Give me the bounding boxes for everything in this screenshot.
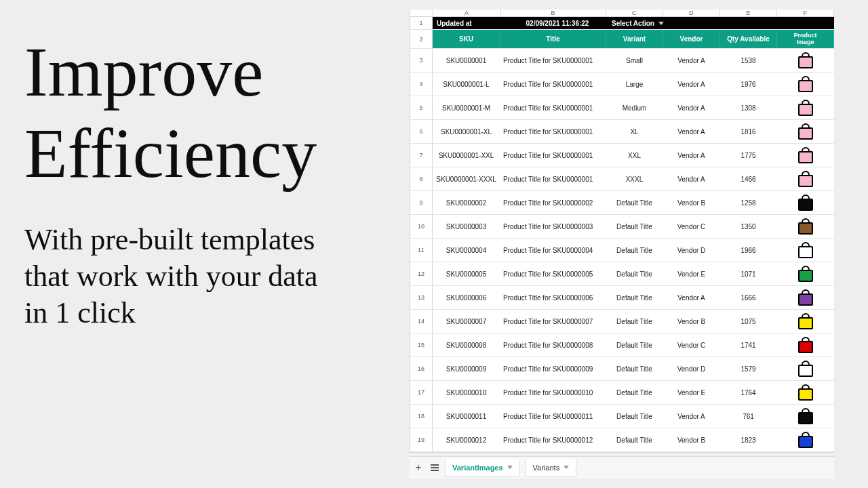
cell-variant[interactable]: XXL — [606, 144, 663, 167]
cell-title[interactable]: Product Title for SKU0000002 — [500, 191, 606, 214]
cell-qty[interactable]: 1350 — [720, 215, 777, 238]
cell-product-image[interactable] — [777, 215, 834, 238]
cell-variant[interactable]: Default Title — [606, 405, 663, 428]
cell-product-image[interactable] — [777, 96, 834, 119]
cell-title[interactable]: Product Title for SKU0000011 — [500, 405, 606, 428]
cell-sku[interactable]: SKU0000005 — [433, 262, 500, 285]
cell-title[interactable]: Product Title for SKU0000001 — [500, 96, 606, 119]
cell-vendor[interactable]: Vendor C — [663, 215, 720, 238]
cell-title[interactable]: Product Title for SKU0000001 — [500, 144, 606, 167]
cell-qty[interactable]: 1258 — [720, 191, 777, 214]
cell-sku[interactable]: SKU0000006 — [433, 286, 500, 309]
row-number[interactable]: 9 — [410, 191, 433, 214]
row-number[interactable]: 13 — [410, 286, 433, 309]
row-number[interactable]: 4 — [410, 73, 433, 96]
cell-vendor[interactable]: Vendor E — [663, 262, 720, 285]
cell-product-image[interactable] — [777, 49, 834, 72]
tab-variantimages[interactable]: VariantImages — [445, 460, 520, 476]
cell-qty[interactable]: 1579 — [720, 357, 777, 380]
row-number[interactable]: 1 — [410, 17, 433, 29]
cell-qty[interactable]: 1741 — [720, 333, 777, 357]
cell-product-image[interactable] — [777, 262, 834, 285]
cell-qty[interactable]: 1764 — [720, 381, 777, 404]
cell-vendor[interactable]: Vendor A — [663, 96, 720, 119]
cell-variant[interactable]: XL — [606, 120, 663, 143]
cell-product-image[interactable] — [777, 120, 834, 143]
column-header-d[interactable]: D — [663, 9, 720, 16]
cell-variant[interactable]: Default Title — [606, 428, 663, 451]
cell-product-image[interactable] — [777, 428, 834, 451]
cell-title[interactable]: Product Title for SKU0000010 — [500, 381, 606, 404]
cell-product-image[interactable] — [777, 310, 834, 333]
cell-vendor[interactable]: Vendor A — [663, 286, 720, 309]
cell-title[interactable]: Product Title for SKU0000009 — [500, 357, 606, 380]
cell-variant[interactable]: Default Title — [606, 215, 663, 238]
cell-vendor[interactable]: Vendor A — [663, 167, 720, 190]
column-header-b[interactable]: B — [501, 9, 606, 16]
row-number[interactable]: 8 — [410, 167, 433, 190]
cell-product-image[interactable] — [777, 73, 834, 96]
header-sku[interactable]: SKU — [433, 30, 500, 48]
cell-qty[interactable]: 1308 — [720, 96, 777, 119]
row-number[interactable]: 5 — [410, 96, 433, 119]
cell-variant[interactable]: Medium — [606, 96, 663, 119]
cell-qty[interactable]: 1071 — [720, 262, 777, 285]
header-product-image[interactable]: ProductImage — [777, 30, 834, 48]
cell-product-image[interactable] — [777, 405, 834, 428]
cell-sku[interactable]: SKU0000001-L — [433, 73, 500, 96]
cell-qty[interactable]: 761 — [720, 405, 777, 428]
cell-variant[interactable]: Default Title — [606, 262, 663, 285]
cell-variant[interactable]: Default Title — [606, 381, 663, 404]
cell-qty[interactable]: 1666 — [720, 286, 777, 309]
cell-variant[interactable]: Default Title — [606, 333, 663, 357]
cell-sku[interactable]: SKU0000002 — [433, 191, 500, 214]
cell-product-image[interactable] — [777, 144, 834, 167]
row-number[interactable]: 2 — [410, 30, 433, 48]
cell-vendor[interactable]: Vendor B — [663, 428, 720, 451]
cell-product-image[interactable] — [777, 333, 834, 357]
add-sheet-button[interactable]: + — [410, 462, 427, 474]
cell-variant[interactable]: Small — [606, 49, 663, 72]
select-action-dropdown[interactable]: Select Action — [610, 20, 834, 27]
cell-sku[interactable]: SKU0000003 — [433, 215, 500, 238]
all-sheets-menu-icon[interactable] — [427, 464, 442, 471]
cell-variant[interactable]: Large — [606, 73, 663, 96]
row-number[interactable]: 16 — [410, 357, 433, 380]
row-number[interactable]: 7 — [410, 144, 433, 167]
cell-variant[interactable]: Default Title — [606, 239, 663, 262]
column-header-c[interactable]: C — [606, 9, 663, 16]
cell-title[interactable]: Product Title for SKU0000005 — [500, 262, 606, 285]
cell-qty[interactable]: 1538 — [720, 49, 777, 72]
cell-qty[interactable]: 1966 — [720, 239, 777, 262]
cell-vendor[interactable]: Vendor A — [663, 49, 720, 72]
header-qty[interactable]: Qty Available — [720, 30, 777, 48]
cell-sku[interactable]: SKU0000010 — [433, 381, 500, 404]
row-number[interactable]: 17 — [410, 381, 433, 404]
column-header-e[interactable]: E — [720, 9, 777, 16]
column-header-f[interactable]: F — [777, 9, 834, 16]
cell-variant[interactable]: XXXL — [606, 167, 663, 190]
cell-vendor[interactable]: Vendor A — [663, 120, 720, 143]
cell-sku[interactable]: SKU0000011 — [433, 405, 500, 428]
column-header-a[interactable]: A — [433, 9, 501, 16]
cell-vendor[interactable]: Vendor C — [663, 333, 720, 357]
cell-sku[interactable]: SKU0000001-XXL — [433, 144, 500, 167]
cell-qty[interactable]: 1816 — [720, 120, 777, 143]
cell-product-image[interactable] — [777, 239, 834, 262]
row-number[interactable]: 10 — [410, 215, 433, 238]
cell-vendor[interactable]: Vendor B — [663, 310, 720, 333]
cell-sku[interactable]: SKU0000001 — [433, 49, 500, 72]
row-number[interactable]: 19 — [410, 428, 433, 451]
cell-title[interactable]: Product Title for SKU0000006 — [500, 286, 606, 309]
cell-product-image[interactable] — [777, 286, 834, 309]
row-number[interactable]: 14 — [410, 310, 433, 333]
cell-title[interactable]: Product Title for SKU0000001 — [500, 120, 606, 143]
cell-qty[interactable]: 1075 — [720, 310, 777, 333]
row-number[interactable]: 3 — [410, 49, 433, 72]
cell-vendor[interactable]: Vendor D — [663, 357, 720, 380]
cell-sku[interactable]: SKU0000012 — [433, 428, 500, 451]
cell-qty[interactable]: 1823 — [720, 428, 777, 451]
row-number[interactable]: 12 — [410, 262, 433, 285]
row-number[interactable]: 18 — [410, 405, 433, 428]
cell-qty[interactable]: 1775 — [720, 144, 777, 167]
